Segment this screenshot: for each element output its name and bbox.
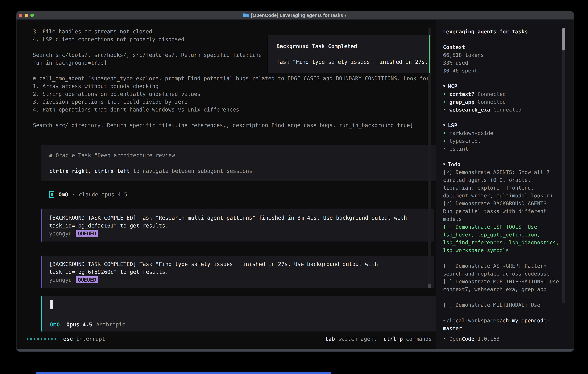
todo-heading: Todo — [448, 161, 461, 167]
tab-hint: tab switch agent — [325, 336, 377, 342]
todo-item: [ ] Demonstrate AST-GREP: Pattern search… — [443, 262, 560, 278]
status-badge: QUEUED — [76, 230, 98, 237]
mcp-item-status: Connected — [493, 107, 521, 113]
mcp-item-status: Connected — [478, 99, 506, 105]
todo-item: [ ] Demonstrate MCP INTEGRATIONS: Use co… — [443, 278, 560, 293]
bullet-icon: • — [443, 146, 446, 152]
status-bar: esc interrupt tab switch agent ctrl+p co… — [27, 335, 432, 343]
spacer — [276, 50, 429, 58]
background-task-message: [BACKGROUND TASK COMPLETED] Task "Resear… — [41, 209, 434, 241]
session-sidebar: Leveraging agents for tasks Context 66,5… — [436, 20, 574, 349]
ctrl-p-key-hint: ctrl+p — [383, 336, 403, 342]
lsp-item: •markdown-oxide — [443, 129, 574, 137]
message-line: [BACKGROUND TASK COMPLETED] Task "Find t… — [49, 260, 434, 268]
mcp-item-status: Connected — [478, 91, 506, 97]
message-meta: yeongyu QUEUED — [49, 276, 434, 284]
mcp-item-name: websearch_exa — [449, 107, 490, 113]
spacer — [33, 114, 433, 122]
sidebar-scrollbar[interactable] — [562, 28, 565, 303]
workspace-path-prefix: ~/local-workspaces/ — [443, 318, 503, 323]
background-window-sliver — [36, 372, 331, 374]
status-badge: QUEUED — [76, 276, 98, 283]
context-heading: Context — [443, 43, 574, 51]
window-bottom-edge — [17, 349, 574, 352]
app-name-bold: Code — [462, 336, 474, 342]
task-completed-toast: Background Task Completed Task "Find typ… — [268, 35, 430, 73]
chevron-down-icon: ▼ — [443, 162, 445, 166]
input-model-line: OmO Opus 4.5 Anthropic — [50, 321, 448, 329]
text-cursor — [50, 300, 53, 309]
todo-item: [ ] Demonstrate MULTIMODAL: Use — [443, 301, 560, 309]
tool-call-text: call_omo_agent [subagent_type=explore, p… — [39, 75, 429, 82]
window-titlebar[interactable]: [OpenCode] Leveraging agents for tasks ◐ — [17, 11, 574, 20]
tool-call-list-item: 1. Array access without bounds checking — [33, 83, 433, 90]
terminal-main-pane: 3. File handles or streams not closed 4.… — [17, 20, 433, 349]
sidebar-scrollbar-thumb[interactable] — [562, 28, 565, 51]
keyboard-shortcut: ctrl+x right, ctrl+x left — [49, 168, 130, 174]
message-author: yeongyu — [49, 230, 72, 237]
spacer-text — [73, 336, 76, 342]
toast-body: Task "Find type safety issues" finished … — [276, 58, 429, 66]
context-used: 33% used — [443, 59, 574, 67]
todo-item: [✓] Demonstrate BACKGROUND AGENTS: Run p… — [443, 200, 560, 223]
mcp-item: •grep_appConnected — [443, 98, 574, 106]
tool-call-list-item: 4. Path operations that don't handle Win… — [33, 106, 433, 114]
workspace-path-repo: oh-my-opencode: — [503, 318, 550, 323]
bullet-icon: • — [443, 99, 446, 105]
session-title: Leveraging agents for tasks — [443, 28, 560, 36]
window-title-group: [OpenCode] Leveraging agents for tasks ◐ — [243, 13, 347, 18]
minimize-button[interactable] — [25, 14, 28, 17]
spacer — [443, 114, 574, 122]
esc-key-hint: esc — [63, 336, 73, 342]
traffic-lights — [19, 11, 34, 19]
oracle-task-box[interactable]: ◉ Oracle Task "Deep architecture review"… — [41, 145, 445, 181]
zoom-button[interactable] — [30, 14, 34, 17]
tool-call-header: ⚙ call_omo_agent [subagent_type=explore,… — [33, 75, 433, 83]
tool-call-list-item: 3. Division operations that could divide… — [33, 98, 433, 106]
bullet-icon: • — [443, 91, 446, 97]
spacer-text — [36, 75, 39, 82]
lsp-item-name: typescript — [449, 138, 481, 144]
mcp-item-name: context7 — [449, 91, 474, 97]
terminal-line: 3. File handles or streams not closed — [33, 28, 433, 36]
tab-key-hint: tab — [325, 336, 335, 342]
ctrl-p-key-label: commands — [406, 336, 432, 342]
lsp-heading: LSP — [448, 122, 457, 128]
lsp-section-header[interactable]: ▼LSP — [443, 122, 574, 129]
todo-item: [✓] Demonstrate AGENTS: Show all 7 curat… — [443, 168, 560, 200]
oracle-task-hint: ctrl+x right, ctrl+x left to navigate be… — [49, 167, 445, 175]
todo-section-header[interactable]: ▼Todo — [443, 161, 574, 168]
app-name-dim: Open — [449, 336, 462, 342]
workspace-path-line: ~/local-workspaces/oh-my-opencode: — [443, 317, 560, 324]
spacer — [443, 75, 574, 83]
message-meta: yeongyu QUEUED — [49, 230, 434, 238]
app-version: 1.0.163 — [478, 336, 500, 342]
main-scrollbar-thumb[interactable] — [428, 284, 431, 288]
bullet-icon: • — [443, 336, 446, 342]
input-model-name: Opus 4.5 — [66, 321, 92, 329]
mcp-item-name: grep_app — [449, 99, 474, 105]
chevron-down-icon: ▼ — [443, 123, 445, 127]
spacer-text — [403, 336, 406, 342]
spacer — [49, 159, 445, 167]
agent-square-icon — [49, 191, 54, 198]
background-task-message: [BACKGROUND TASK COMPLETED] Task "Find t… — [41, 256, 434, 288]
bullet-icon: • — [443, 130, 446, 136]
opencode-window: [OpenCode] Leveraging agents for tasks ◐… — [16, 11, 574, 352]
gear-icon: ⚙ — [33, 75, 36, 82]
agent-model: claude-opus-4-5 — [79, 191, 127, 198]
input-agent-name: OmO — [50, 321, 60, 329]
bullet-icon: • — [443, 138, 446, 144]
spacer-text — [474, 336, 478, 342]
prompt-input[interactable]: OmO Opus 4.5 Anthropic — [41, 296, 448, 332]
spacer-text — [52, 152, 56, 158]
spinner-dots — [27, 338, 56, 340]
close-button[interactable] — [19, 14, 22, 17]
agent-name: OmO — [58, 191, 68, 198]
workspace-path: ~/local-workspaces/oh-my-opencode: maste… — [443, 317, 560, 332]
mcp-section-header[interactable]: ▼MCP — [443, 83, 574, 90]
tool-call-list-item: 2. String operations on potentially unde… — [33, 90, 433, 98]
lsp-item: •typescript — [443, 137, 574, 145]
agent-session-header: OmO · claude-opus-4-5 — [49, 191, 433, 198]
spacer — [443, 36, 574, 43]
